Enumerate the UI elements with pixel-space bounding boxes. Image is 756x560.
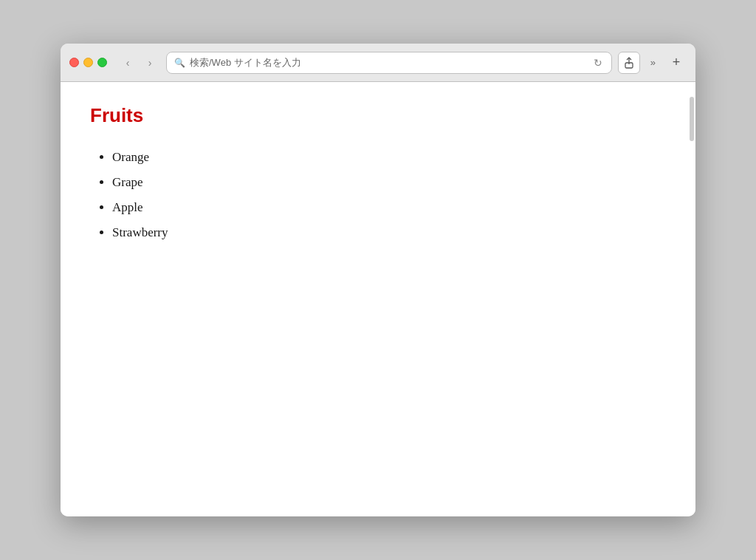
reload-button[interactable]: ↻ xyxy=(592,55,604,70)
scrollbar-thumb[interactable] xyxy=(690,97,694,141)
share-icon xyxy=(623,57,635,69)
close-button[interactable] xyxy=(69,58,79,67)
new-tab-button[interactable]: + xyxy=(666,52,687,73)
share-button[interactable] xyxy=(618,52,640,74)
list-item: Strawberry xyxy=(112,220,666,245)
nav-buttons: ‹ › xyxy=(117,52,160,73)
extensions-button[interactable]: » xyxy=(646,54,660,71)
list-item: Apple xyxy=(112,195,666,220)
fruit-list: Orange Grape Apple Strawberry xyxy=(90,145,666,245)
address-bar[interactable]: 🔍 検索/Web サイト名を入力 ↻ xyxy=(166,52,612,74)
list-item: Orange xyxy=(112,145,666,170)
page-title: Fruits xyxy=(90,104,666,127)
search-icon: 🔍 xyxy=(174,58,185,68)
list-item: Grape xyxy=(112,170,666,195)
minimize-button[interactable] xyxy=(83,58,93,67)
address-text: 検索/Web サイト名を入力 xyxy=(190,56,588,69)
scrollbar-track[interactable] xyxy=(690,97,694,502)
maximize-button[interactable] xyxy=(97,58,107,67)
back-button[interactable]: ‹ xyxy=(117,52,138,73)
forward-button[interactable]: › xyxy=(140,52,160,73)
browser-toolbar: ‹ › 🔍 検索/Web サイト名を入力 ↻ » + xyxy=(61,44,695,82)
traffic-lights xyxy=(69,58,107,67)
browser-content: Fruits Orange Grape Apple Strawberry xyxy=(61,82,695,516)
browser-window: ‹ › 🔍 検索/Web サイト名を入力 ↻ » + Fruits Orange… xyxy=(61,44,695,516)
